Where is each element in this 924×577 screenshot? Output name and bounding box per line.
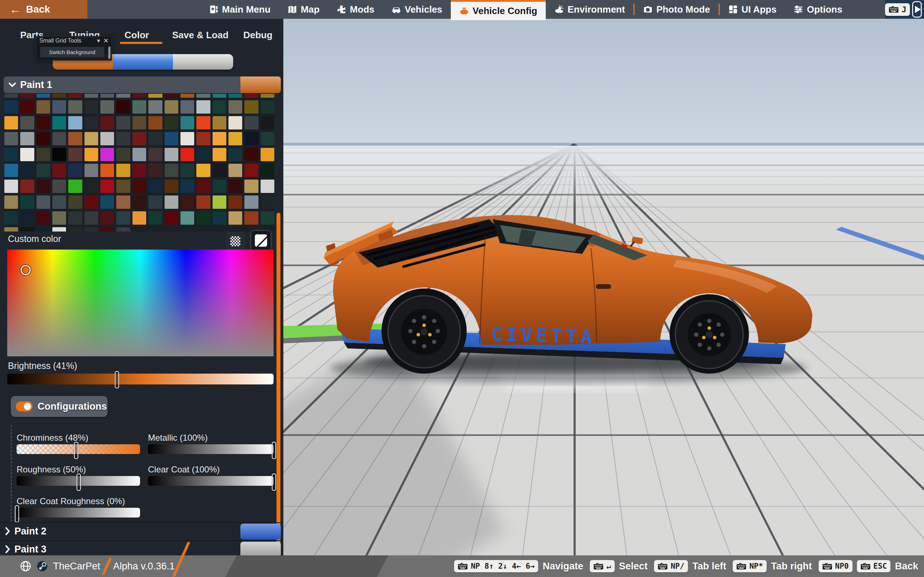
color-swatch[interactable] <box>68 227 82 232</box>
color-swatch[interactable] <box>68 180 82 193</box>
color-swatch[interactable] <box>261 132 274 145</box>
color-swatch[interactable] <box>132 116 146 129</box>
collapse-icon[interactable]: ▼ <box>96 38 101 44</box>
color-swatch[interactable] <box>4 180 18 193</box>
color-swatch[interactable] <box>100 94 114 98</box>
paint2-row[interactable]: Paint 2 <box>0 522 283 540</box>
color-swatch[interactable] <box>20 132 34 145</box>
color-swatch[interactable] <box>20 116 34 129</box>
metallic-slider-handle[interactable] <box>272 442 276 459</box>
color-swatch[interactable] <box>20 100 34 114</box>
color-swatch[interactable] <box>36 164 50 177</box>
pattern-swatch-button[interactable] <box>226 232 245 251</box>
color-swatch[interactable] <box>149 164 162 177</box>
color-swatch[interactable] <box>196 100 210 114</box>
color-swatch[interactable] <box>261 94 274 98</box>
color-swatch[interactable] <box>116 211 130 225</box>
hue-saturation-field[interactable] <box>7 250 274 356</box>
color-swatch[interactable] <box>68 148 82 161</box>
color-swatch[interactable] <box>20 164 34 177</box>
metallic-slider[interactable] <box>148 444 274 454</box>
color-swatch[interactable] <box>52 227 66 232</box>
color-swatch[interactable] <box>261 164 274 177</box>
back-button[interactable]: ← Back <box>0 0 87 19</box>
color-swatch[interactable] <box>36 94 50 98</box>
color-swatch[interactable] <box>20 94 34 98</box>
paint3-color-chip[interactable] <box>241 542 281 555</box>
color-swatch[interactable] <box>68 195 82 209</box>
color-swatch[interactable] <box>244 180 258 193</box>
color-swatch[interactable] <box>149 100 162 114</box>
color-swatch[interactable] <box>84 180 98 193</box>
color-swatch[interactable] <box>165 116 178 129</box>
add-color-button[interactable]: + <box>116 227 130 232</box>
close-icon[interactable]: ✕ <box>103 37 109 44</box>
color-swatch[interactable] <box>20 195 34 209</box>
panel-scrollbar-thumb[interactable] <box>276 213 281 555</box>
color-swatch[interactable] <box>116 180 130 193</box>
color-swatch[interactable] <box>132 148 146 161</box>
color-swatch[interactable] <box>261 100 274 114</box>
color-swatch[interactable] <box>213 195 226 209</box>
menu-item-mods[interactable]: Mods <box>328 0 383 19</box>
color-swatch[interactable] <box>132 100 146 114</box>
menu-item-ui-apps[interactable]: UI Apps <box>720 0 785 19</box>
color-swatch[interactable] <box>36 227 50 232</box>
color-swatch[interactable] <box>68 164 82 177</box>
color-swatch[interactable] <box>261 195 274 209</box>
color-swatch[interactable] <box>4 164 18 177</box>
color-swatch[interactable] <box>132 164 146 177</box>
color-swatch[interactable] <box>261 211 274 225</box>
color-swatch[interactable] <box>100 164 114 177</box>
clear-coat-slider[interactable] <box>148 476 274 486</box>
color-swatch[interactable] <box>84 100 98 114</box>
brightness-slider[interactable] <box>7 374 274 384</box>
color-swatch[interactable] <box>165 164 178 177</box>
color-swatch[interactable] <box>181 94 194 98</box>
tab-debug[interactable]: Debug <box>243 29 273 41</box>
color-swatch[interactable] <box>196 211 210 225</box>
color-swatch[interactable] <box>84 132 98 145</box>
color-swatch[interactable] <box>149 132 162 145</box>
color-swatch[interactable] <box>84 227 98 232</box>
configurations-button[interactable]: Configurations <box>11 396 108 417</box>
color-swatch[interactable] <box>165 100 178 114</box>
color-swatch[interactable] <box>181 195 194 209</box>
color-swatch[interactable] <box>116 195 130 209</box>
color-swatch[interactable] <box>196 195 210 209</box>
color-swatch[interactable] <box>36 211 50 225</box>
clear-color-button[interactable] <box>250 230 271 251</box>
menu-item-map[interactable]: Map <box>279 0 328 19</box>
color-swatch[interactable] <box>100 132 114 145</box>
color-swatch[interactable] <box>181 180 194 193</box>
paint3-row[interactable]: Paint 3 <box>0 540 283 555</box>
paint1-color-chip[interactable] <box>241 76 281 93</box>
color-swatch[interactable] <box>181 164 194 177</box>
menu-item-main-menu[interactable]: Main Menu <box>200 0 279 19</box>
color-swatch[interactable] <box>100 195 114 209</box>
tab-save-load[interactable]: Save & Load <box>172 29 228 41</box>
keyboard-badge[interactable]: J <box>885 3 910 16</box>
color-swatch[interactable] <box>132 180 146 193</box>
color-swatch[interactable] <box>52 164 66 177</box>
color-swatch[interactable] <box>196 116 210 129</box>
color-swatch[interactable] <box>100 148 114 161</box>
color-swatch[interactable] <box>132 195 146 209</box>
color-swatch[interactable] <box>52 148 66 161</box>
color-swatch[interactable] <box>244 164 258 177</box>
color-swatch[interactable] <box>116 164 130 177</box>
popup-titlebar[interactable]: Small Grid Tools ▼ ✕ <box>36 36 111 45</box>
color-swatch[interactable] <box>244 195 258 209</box>
color-swatch[interactable] <box>165 180 178 193</box>
color-swatch[interactable] <box>4 94 18 98</box>
color-swatch[interactable] <box>116 94 130 98</box>
menu-item-environment[interactable]: Environment <box>546 0 633 19</box>
globe-icon[interactable] <box>20 561 31 572</box>
color-swatch[interactable] <box>132 132 146 145</box>
color-swatch[interactable] <box>52 180 66 193</box>
color-swatch[interactable] <box>196 94 210 98</box>
paint1-header[interactable]: Paint 1 <box>3 76 241 93</box>
menu-item-options[interactable]: Options <box>785 0 851 19</box>
color-swatch[interactable] <box>165 94 178 98</box>
color-swatch[interactable] <box>213 211 226 225</box>
